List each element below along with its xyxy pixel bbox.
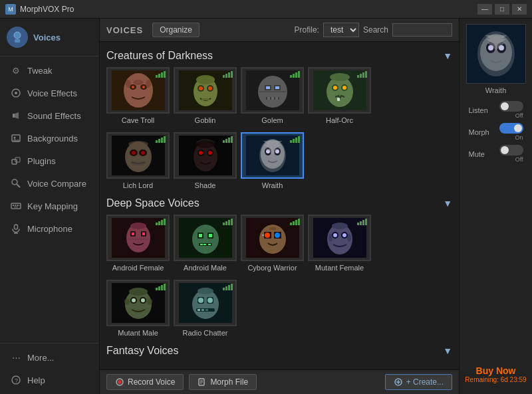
mute-label: Mute bbox=[469, 150, 485, 158]
create-button[interactable]: + Create... bbox=[385, 374, 452, 390]
voice-card-mutant-female[interactable]: Mutant Female bbox=[308, 215, 371, 272]
fantasy-title: Fantasy Voices bbox=[106, 345, 179, 357]
svg-point-30 bbox=[133, 80, 144, 85]
sidebar-item-microphone[interactable]: Microphone bbox=[0, 217, 99, 240]
sidebar-item-backgrounds[interactable]: Backgrounds bbox=[0, 127, 99, 149]
sidebar-item-plugins-label: Plugins bbox=[27, 156, 56, 166]
voice-card-goblin[interactable]: Goblin bbox=[174, 67, 237, 124]
voice-card-golem[interactable]: Golem bbox=[241, 67, 304, 124]
plugins-icon bbox=[10, 155, 22, 167]
shade-img bbox=[174, 132, 237, 179]
record-voice-button[interactable]: Record Voice bbox=[106, 374, 184, 390]
svg-point-105 bbox=[265, 233, 270, 238]
mute-status: Off bbox=[515, 156, 523, 163]
search-input[interactable] bbox=[392, 23, 452, 37]
buy-now-text[interactable]: Buy Now bbox=[465, 365, 526, 376]
listen-status: Off bbox=[515, 112, 523, 119]
svg-point-139 bbox=[118, 380, 122, 384]
golem-label: Golem bbox=[261, 116, 283, 124]
sidebar-item-plugins[interactable]: Plugins bbox=[0, 149, 99, 172]
svg-rect-17 bbox=[19, 205, 19, 206]
svg-point-38 bbox=[208, 86, 212, 90]
morph-file-button[interactable]: Morph File bbox=[189, 374, 257, 390]
goblin-label: Goblin bbox=[195, 116, 216, 124]
voice-card-cyborg-warrior[interactable]: Cyborg Warrior bbox=[241, 215, 304, 272]
sidebar-item-sound-effects[interactable]: Sound Effects bbox=[0, 104, 99, 127]
deep-space-collapse-icon[interactable]: ▼ bbox=[443, 198, 452, 209]
sidebar-item-tweak[interactable]: ⚙ Tweak bbox=[0, 59, 99, 82]
sidebar-item-help[interactable]: ? Help bbox=[0, 369, 99, 391]
svg-rect-95 bbox=[199, 234, 202, 237]
svg-point-37 bbox=[199, 86, 203, 90]
toolbar-profile: Profile: test Search bbox=[295, 23, 452, 37]
preview-face-svg bbox=[467, 25, 525, 83]
creatures-collapse-icon[interactable]: ▼ bbox=[443, 50, 452, 61]
voice-card-wraith[interactable]: Wraith bbox=[241, 132, 304, 189]
voice-card-mutant-male[interactable]: Mutant Male bbox=[106, 280, 170, 337]
sidebar-item-voice-effects[interactable]: Voice Effects bbox=[0, 82, 99, 104]
voice-grid[interactable]: Creatures of Darkness ▼ bbox=[100, 42, 459, 369]
svg-point-3 bbox=[15, 92, 17, 94]
sidebar-item-voice-compare[interactable]: Voice Compare bbox=[0, 172, 99, 195]
svg-point-125 bbox=[124, 298, 130, 305]
sidebar-item-label: Tweak bbox=[27, 66, 53, 76]
svg-rect-98 bbox=[200, 244, 203, 245]
svg-rect-100 bbox=[208, 244, 211, 245]
mute-toggle[interactable] bbox=[499, 145, 523, 155]
tweak-icon: ⚙ bbox=[10, 64, 22, 76]
close-button[interactable]: ✕ bbox=[512, 4, 527, 15]
voice-card-android-male[interactable]: Android Male bbox=[174, 215, 237, 272]
svg-rect-50 bbox=[275, 97, 278, 100]
morph-label: Morph bbox=[469, 128, 489, 136]
sidebar-item-key-mapping[interactable]: Key Mapping bbox=[0, 195, 99, 217]
voice-card-radio-chatter[interactable]: Radio Chatter bbox=[174, 280, 237, 337]
key-mapping-icon bbox=[10, 200, 22, 212]
voice-card-cave-troll[interactable]: Cave Troll bbox=[106, 67, 170, 124]
morph-toggle-container: On bbox=[499, 123, 523, 141]
sidebar-item-key-mapping-label: Key Mapping bbox=[27, 201, 78, 211]
svg-point-25 bbox=[124, 73, 153, 108]
svg-point-126 bbox=[147, 298, 152, 305]
creatures-title: Creatures of Darkness bbox=[106, 50, 213, 62]
sidebar-item-more-label: More... bbox=[27, 353, 54, 363]
toolbar-section: VOICES bbox=[106, 25, 143, 35]
organize-button[interactable]: Organize bbox=[152, 23, 200, 37]
logo-icon bbox=[7, 27, 28, 48]
deep-space-voice-row: Android Female bbox=[106, 215, 452, 272]
more-icon: ⋯ bbox=[10, 351, 22, 363]
svg-rect-99 bbox=[203, 244, 206, 245]
creatures-voice-row: Cave Troll bbox=[106, 67, 452, 124]
android-male-label: Android Male bbox=[184, 264, 227, 272]
svg-point-106 bbox=[275, 233, 280, 238]
svg-rect-46 bbox=[275, 86, 279, 89]
maximize-button[interactable]: □ bbox=[495, 4, 509, 15]
profile-select[interactable]: test bbox=[323, 23, 359, 37]
svg-text:?: ? bbox=[15, 377, 18, 384]
svg-rect-19 bbox=[15, 225, 18, 229]
voice-preview bbox=[466, 24, 526, 84]
voice-card-half-orc[interactable]: Half-Orc bbox=[308, 67, 371, 124]
lich-lord-img bbox=[106, 132, 170, 179]
minimize-button[interactable]: — bbox=[477, 4, 492, 15]
sidebar-item-more[interactable]: ⋯ More... bbox=[0, 346, 99, 369]
main-layout: Voices ⚙ Tweak Voice Effects Sound Effec… bbox=[0, 19, 532, 394]
morph-toggle[interactable] bbox=[499, 123, 523, 134]
sidebar-items: ⚙ Tweak Voice Effects Sound Effects Bac bbox=[0, 56, 99, 343]
listen-toggle[interactable] bbox=[499, 101, 523, 112]
svg-point-31 bbox=[126, 80, 131, 88]
voice-card-shade[interactable]: Shade bbox=[174, 132, 237, 189]
svg-rect-15 bbox=[15, 205, 16, 206]
wraith-label: Wraith bbox=[262, 181, 283, 189]
svg-point-64 bbox=[132, 151, 136, 155]
fantasy-collapse-icon[interactable]: ▼ bbox=[443, 345, 452, 356]
voice-card-lich-lord[interactable]: Lich Lord bbox=[106, 132, 170, 189]
voice-card-android-female[interactable]: Android Female bbox=[106, 215, 170, 272]
svg-rect-16 bbox=[17, 205, 18, 206]
buy-now-section[interactable]: Buy Now Remaining: 6d 23:59 bbox=[462, 360, 529, 389]
remaining-text: Remaining: 6d 23:59 bbox=[465, 376, 526, 383]
mute-toggle-container: Off bbox=[499, 145, 523, 163]
svg-rect-18 bbox=[14, 207, 18, 207]
sidebar-item-help-label: Help bbox=[27, 375, 45, 385]
svg-line-12 bbox=[17, 184, 20, 187]
deep-space-title: Deep Space Voices bbox=[106, 197, 200, 209]
